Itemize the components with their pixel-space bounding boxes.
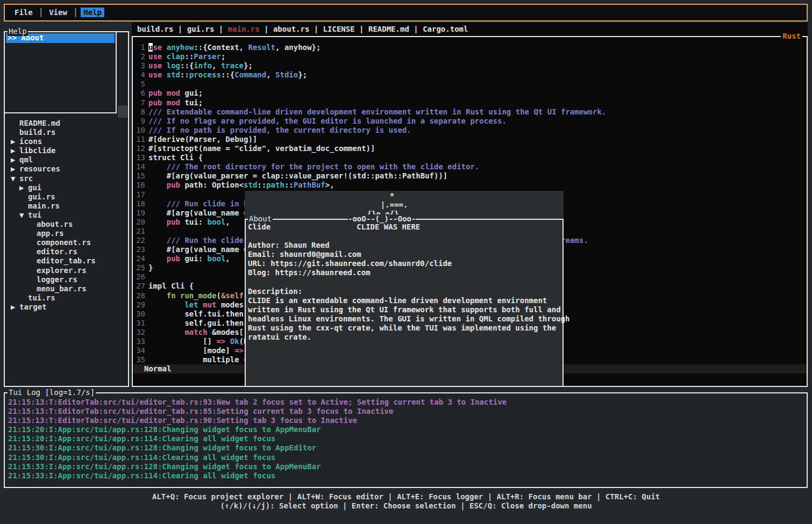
line-number: 25	[136, 263, 145, 272]
tree-item-label: README.md	[19, 119, 60, 127]
tree-item-target[interactable]: ▶target	[5, 303, 127, 312]
tree-item-readme-md[interactable]: README.md	[5, 119, 127, 128]
line-number: 1	[136, 43, 145, 52]
code-line-3[interactable]: 3use log::{info, trace};	[136, 61, 806, 70]
menu-bar: File│View│Help	[4, 4, 808, 21]
code-token: ::	[184, 52, 194, 61]
code-token: ::{	[180, 61, 194, 70]
tab-build-rs[interactable]: build.rs	[137, 25, 173, 34]
line-number: 20	[136, 218, 145, 227]
line-number: 26	[136, 272, 145, 282]
code-token	[162, 61, 166, 70]
tab-cargo-toml[interactable]: Cargo.toml	[423, 25, 468, 34]
code-token: ,	[212, 61, 221, 70]
code-line-9[interactable]: 9/// If no flags are provided, the GUI e…	[136, 117, 806, 126]
about-dialog-content: Clide CLIDE WAS HERE Author: Shaun Reed …	[248, 222, 569, 342]
line-number: 35	[136, 355, 145, 364]
tree-item-libclide[interactable]: ▶libclide	[5, 146, 127, 155]
tree-item-label: icons	[19, 137, 42, 146]
line-number: 9	[136, 117, 145, 126]
code-line-10[interactable]: 10/// If no path is provided, the curren…	[136, 126, 806, 135]
code-token: use	[148, 52, 162, 61]
explorer-scrollbar-thumb[interactable]	[118, 105, 127, 118]
line-number: 3	[136, 61, 145, 70]
tree-item-label: qml	[19, 155, 33, 164]
code-line-4[interactable]: 4use std::process::{Command, Stdio};	[136, 70, 806, 80]
chevron-collapsed-icon: ▶	[11, 146, 19, 155]
menu-separator: │	[70, 8, 81, 17]
code-token: mod	[167, 89, 180, 97]
line-number: 8	[136, 107, 145, 117]
code-line-6[interactable]: 6pub mod gui;	[136, 89, 806, 98]
code-token: pub	[148, 98, 162, 107]
tab-about-rs[interactable]: about.rs	[273, 25, 309, 34]
code-line-16[interactable]: 16 pub path: Option<std::path::PathBuf>,	[136, 181, 806, 190]
line-number: 28	[136, 291, 145, 300]
menu-item-help[interactable]: Help	[81, 8, 104, 17]
tree-item-gui[interactable]: ▶gui	[5, 183, 127, 192]
tree-item-main-rs[interactable]: main.rs	[5, 202, 127, 211]
tree-item-component-rs[interactable]: component.rs	[5, 238, 127, 247]
code-token: bool	[208, 218, 226, 226]
tab-gui-rs[interactable]: gui.rs	[187, 25, 215, 34]
tree-item-label: target	[19, 303, 47, 311]
code-token	[198, 300, 203, 309]
log-lines: 21:15:13:T:EditorTab:src/tui/editor_tab.…	[8, 398, 507, 480]
tree-item-editor-tab-rs[interactable]: editor_tab.rs	[5, 256, 127, 265]
code-line-1[interactable]: 1use anyhow::{Context, Result, anyhow};	[136, 43, 806, 52]
code-line-15[interactable]: 15 #[arg(value_parser = clap::value_pars…	[136, 171, 806, 181]
code-line-2[interactable]: 2use clap::Parser;	[136, 52, 806, 61]
line-number: 21	[136, 227, 145, 236]
line-number: 17	[136, 190, 145, 199]
tree-item-resources[interactable]: ▶resources	[5, 164, 127, 174]
code-line-8[interactable]: 8/// Extendable command-line driven deve…	[136, 107, 806, 117]
tree-item-src[interactable]: ▼src	[5, 174, 127, 183]
chevron-collapsed-icon: ▶	[11, 155, 19, 164]
tree-item-about-rs[interactable]: about.rs	[5, 220, 127, 229]
tree-item-gui-rs[interactable]: gui.rs	[5, 192, 127, 202]
tree-item-menu-bar-rs[interactable]: menu_bar.rs	[5, 284, 127, 293]
tui-log-title: Tui Log [log=1.7/s]	[8, 388, 96, 397]
menu-separator: │	[35, 8, 46, 17]
menu-item-view[interactable]: View	[46, 8, 70, 17]
tree-item-editor-rs[interactable]: editor.rs	[5, 247, 127, 256]
code-token: fn	[167, 291, 176, 300]
code-token	[148, 300, 184, 309]
tree-item-explorer-rs[interactable]: explorer.rs	[5, 266, 127, 275]
code-line-7[interactable]: 7pub mod tui;	[136, 98, 806, 107]
tab-readme-md[interactable]: README.md	[368, 25, 409, 34]
code-token: ::	[180, 70, 189, 79]
code-token: gui;	[180, 89, 203, 97]
code-line-11[interactable]: 11#[derive(Parser, Debug)]	[136, 135, 806, 144]
log-entry-trace: 21:15:13:T:EditorTab:src/tui/editor_tab.…	[8, 416, 507, 425]
tab-separator: |	[214, 25, 227, 34]
code-line-14[interactable]: 14 /// The root directory for the projec…	[136, 162, 806, 171]
log-entry-info: 21:15:33:I:App:src/tui/app.rs:128:Changi…	[8, 462, 507, 471]
chevron-collapsed-icon: ▶	[11, 164, 19, 174]
code-token: ,	[225, 254, 230, 263]
code-token	[148, 162, 167, 171]
tab-separator: |	[173, 25, 187, 34]
tree-item-logger-rs[interactable]: logger.rs	[5, 275, 127, 284]
tab-main-rs[interactable]: main.rs	[228, 25, 260, 34]
tree-item-label: gui	[28, 183, 41, 192]
tree-item-tui[interactable]: ▼tui	[5, 211, 127, 220]
code-line-12[interactable]: 12#[structopt(name = "clide", verbatim_d…	[136, 144, 806, 153]
line-number: 22	[136, 236, 145, 245]
tui-log-panel: Tui Log [log=1.7/s] 21:15:13:T:EditorTab…	[4, 392, 808, 488]
tab-license[interactable]: LICENSE	[323, 25, 355, 34]
code-token: &self	[221, 291, 244, 300]
code-token: run_mode	[180, 291, 216, 300]
line-number: 27	[136, 282, 145, 291]
tree-item-qml[interactable]: ▶qml	[5, 155, 127, 164]
tree-item-icons[interactable]: ▶icons	[5, 137, 127, 146]
tree-item-tui-rs[interactable]: tui.rs	[5, 293, 127, 303]
menu-item-file[interactable]: File	[12, 8, 35, 17]
tree-item-app-rs[interactable]: app.rs	[5, 229, 127, 238]
tree-item-build-rs[interactable]: build.rs	[5, 128, 127, 137]
code-line-13[interactable]: 13struct Cli {	[136, 153, 806, 162]
code-token: pub	[167, 218, 180, 226]
code-token	[225, 337, 230, 346]
code-line-5[interactable]: 5	[136, 80, 806, 89]
code-token: pub	[167, 254, 180, 263]
